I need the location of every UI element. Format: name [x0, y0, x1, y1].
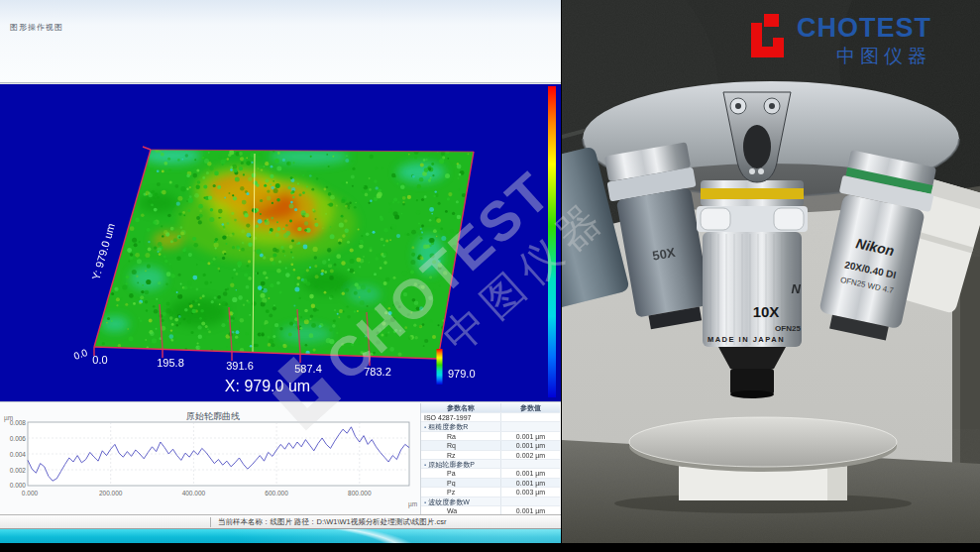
table-row[interactable]: Ra0.001 µm	[421, 432, 560, 441]
brand-logo: CHOTEST 中图仪器	[751, 14, 931, 69]
svg-text:200.000: 200.000	[99, 490, 123, 497]
x-tick-2: 391.6	[226, 360, 254, 372]
x-unit: µm	[408, 500, 417, 508]
brand-name: CHOTEST	[797, 14, 931, 42]
svg-text:0.000: 0.000	[22, 490, 39, 497]
x-tick-labels: 0.000 200.000 400.000 600.000 800.000	[22, 490, 372, 497]
profile-chart-title: 原始轮廓曲线	[186, 411, 240, 421]
brand-logo-icon	[751, 14, 789, 57]
table-header: 参数名称 参数值	[421, 403, 560, 413]
parameters-table: 参数名称 参数值 ISO 4287-1997 粗糙度参数R Ra0.001 µm…	[420, 403, 560, 515]
status-text: 当前样本名称：线图片 路径：D:\W1\W1视频分析处理测试\线图片.csr	[210, 517, 446, 527]
x-tick-3: 587.4	[294, 363, 322, 375]
x-tick-1: 195.8	[157, 357, 184, 369]
desktop-strip	[0, 529, 561, 543]
x-tick-4: 783.2	[364, 366, 391, 378]
surface-3d-plot: 0.0 195.8 391.6 587.4 783.2 979.0 X: 979…	[0, 84, 561, 401]
table-row[interactable]: Pa0.001 µm	[421, 469, 560, 478]
table-row[interactable]: Pz0.003 µm	[421, 488, 560, 497]
x-tick-0: 0.0	[92, 354, 107, 366]
x-axis-title: X: 979.0 um	[225, 378, 310, 394]
surface-3d-viewport[interactable]: 0.0 195.8 391.6 587.4 783.2 979.0 X: 979…	[0, 84, 561, 401]
svg-text:800.000: 800.000	[348, 490, 372, 497]
analysis-panel: 原始轮廓曲线 0.008 0.006 0.004 0.002 0.000 µm	[0, 401, 561, 514]
svg-text:400.000: 400.000	[182, 490, 206, 497]
objective-10x-label: 10X	[753, 303, 780, 320]
table-row[interactable]: 波纹度参数W	[421, 497, 560, 506]
height-colorbar	[548, 86, 556, 397]
svg-text:600.000: 600.000	[265, 490, 288, 497]
screen: 图形操作视图	[0, 0, 980, 552]
surface-heightmap	[94, 148, 475, 359]
menu-label[interactable]: 图形操作视图	[10, 22, 63, 33]
objective-tip-cone	[718, 347, 786, 369]
y-unit: µm	[4, 414, 13, 422]
profile-chart: 原始轮廓曲线 0.008 0.006 0.004 0.002 0.000 µm	[0, 410, 420, 513]
metrology-app-window: 图形操作视图	[0, 0, 561, 543]
corner-colorbar	[437, 349, 443, 385]
svg-text:0.000: 0.000	[10, 482, 27, 489]
yellow-band	[701, 188, 804, 199]
table-row[interactable]: ISO 4287-1997	[421, 413, 560, 422]
svg-text:0.006: 0.006	[10, 435, 27, 442]
table-row[interactable]: Rq0.001 µm	[421, 441, 560, 450]
table-row[interactable]: Rz0.002 µm	[421, 451, 560, 460]
microscope-photo: ​ 50X Nikon 20X/0.40 DI OFN25 WD 4.7	[562, 0, 980, 543]
svg-text:0.004: 0.004	[10, 451, 27, 458]
objective-10x-brand-partial: N	[792, 281, 802, 296]
table-row[interactable]: Pq0.001 µm	[421, 479, 560, 488]
table-row[interactable]: 粗糙度参数R	[421, 422, 560, 431]
menu-bar: 图形操作视图	[0, 0, 561, 82]
x-tick-max: 979.0	[448, 368, 476, 380]
bottom-black-bar	[0, 543, 980, 552]
brand-name-cn: 中图仪器	[797, 44, 931, 69]
svg-text:0.002: 0.002	[10, 467, 27, 474]
y-tick-labels: 0.008 0.006 0.004 0.002 0.000	[10, 419, 27, 490]
status-bar: 当前样本名称：线图片 路径：D:\W1\W1视频分析处理测试\线图片.csr	[0, 514, 561, 529]
table-row[interactable]: 原始轮廓参数P	[421, 460, 560, 469]
objective-10x-origin: MADE IN JAPAN	[708, 335, 785, 344]
objective-10x-model: OFN25	[775, 324, 801, 333]
